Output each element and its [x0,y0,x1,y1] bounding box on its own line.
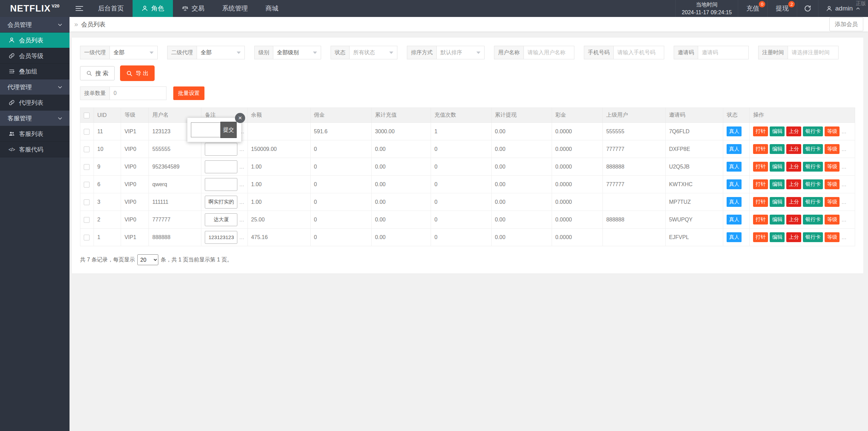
more-actions-button[interactable]: … [841,217,846,222]
action-button-4[interactable]: 等级 [825,179,840,189]
more-actions-button[interactable]: … [841,146,846,152]
action-button-0[interactable]: 打针 [753,126,768,136]
nav-item-system[interactable]: 系统管理 [213,0,257,17]
remark-input[interactable] [205,196,237,209]
row-checkbox[interactable] [84,182,90,188]
remark-submit-button[interactable]: 提交 [220,122,237,138]
action-button-4[interactable]: 等级 [825,215,840,224]
action-button-4[interactable]: 等级 [825,232,840,242]
action-button-1[interactable]: 编辑 [770,215,785,224]
nav-item-roles[interactable]: 角色 [133,0,173,17]
phone-input[interactable] [613,46,664,59]
row-checkbox[interactable] [84,129,90,135]
action-button-1[interactable]: 编辑 [770,232,785,242]
more-actions-button[interactable]: … [841,164,846,170]
sidebar-item-stack-group[interactable]: 叠加组 [0,64,70,79]
action-button-3[interactable]: 银行卡 [803,232,823,242]
more-actions-button[interactable]: … [841,181,846,187]
action-button-4[interactable]: 等级 [825,126,840,136]
status-select[interactable]: 所有状态 [349,46,397,59]
more-actions-button[interactable]: … [841,199,846,205]
sidebar-item-service-list[interactable]: 客服列表 [0,126,70,142]
remark-more-button[interactable]: … [239,199,244,205]
export-button[interactable]: 导 出 [120,65,155,81]
remark-more-button[interactable]: … [239,234,244,240]
action-button-2[interactable]: 上分 [786,215,801,224]
row-checkbox[interactable] [84,217,90,223]
more-actions-button[interactable]: … [841,129,846,134]
register-time-input[interactable] [788,46,839,59]
row-checkbox[interactable] [84,199,90,205]
action-button-0[interactable]: 打针 [753,179,768,189]
remark-more-button[interactable]: … [239,217,244,222]
action-button-2[interactable]: 上分 [786,126,801,136]
sidebar-group-agent-management[interactable]: 代理管理 [0,79,70,95]
action-button-2[interactable]: 上分 [786,197,801,207]
action-button-3[interactable]: 银行卡 [803,179,823,189]
nav-item-mall[interactable]: 商城 [257,0,287,17]
menu-toggle-icon[interactable] [70,0,89,17]
action-button-0[interactable]: 打针 [753,232,768,242]
remark-popup-input[interactable] [191,122,221,137]
action-button-3[interactable]: 银行卡 [803,162,823,172]
action-button-0[interactable]: 打针 [753,197,768,207]
username-input[interactable] [524,46,574,59]
sort-mode-select[interactable]: 默认排序 [436,46,485,59]
action-button-4[interactable]: 等级 [825,162,840,172]
remark-input[interactable] [205,160,237,173]
action-button-2[interactable]: 上分 [786,162,801,172]
remark-input[interactable] [205,143,237,156]
page-size-select[interactable]: 20 [137,254,158,265]
action-button-0[interactable]: 打针 [753,215,768,224]
add-member-button[interactable]: 添加会员 [829,17,863,31]
sidebar-item-service-code[interactable]: </>客服代码 [0,142,70,157]
sidebar-group-member-management[interactable]: 会员管理 [0,17,70,33]
batch-set-button[interactable]: 批量设置 [173,86,204,100]
sidebar-item-member-level[interactable]: 会员等级 [0,48,70,64]
sidebar-item-member-list[interactable]: 会员列表 [0,33,70,48]
search-button[interactable]: 搜 索 [80,66,115,80]
action-button-4[interactable]: 等级 [825,144,840,154]
level-select[interactable]: 全部级别 [273,46,321,59]
action-button-0[interactable]: 打针 [753,144,768,154]
action-button-3[interactable]: 银行卡 [803,215,823,224]
invite-code-input[interactable] [698,46,749,59]
remark-more-button[interactable]: … [239,164,244,170]
nav-item-trade[interactable]: 交易 [173,0,213,17]
action-button-1[interactable]: 编辑 [770,179,785,189]
row-checkbox[interactable] [84,164,90,170]
action-button-2[interactable]: 上分 [786,179,801,189]
recharge-button[interactable]: 充值 0 [738,0,767,17]
select-all-checkbox[interactable] [84,113,90,118]
action-button-3[interactable]: 银行卡 [803,126,823,136]
action-button-3[interactable]: 银行卡 [803,197,823,207]
cell-status: 真人 [723,229,750,246]
withdraw-button[interactable]: 提现 2 [767,0,797,17]
remark-input[interactable] [205,178,237,191]
close-icon[interactable]: × [235,113,245,123]
batch-quantity-input[interactable] [110,86,166,100]
caret-down-icon [476,52,480,54]
action-button-1[interactable]: 编辑 [770,162,785,172]
row-checkbox[interactable] [84,235,90,240]
action-button-3[interactable]: 银行卡 [803,144,823,154]
agent-level2-select[interactable]: 全部 [197,46,245,59]
action-button-0[interactable]: 打针 [753,162,768,172]
action-button-2[interactable]: 上分 [786,232,801,242]
remark-more-button[interactable]: … [239,146,244,152]
remark-input[interactable] [205,213,237,226]
nav-item-dashboard[interactable]: 后台首页 [89,0,133,17]
refresh-button[interactable] [797,0,818,17]
sidebar-group-service-management[interactable]: 客服管理 [0,111,70,126]
agent-level1-select[interactable]: 全部 [110,46,158,59]
remark-input[interactable] [205,231,237,244]
action-button-1[interactable]: 编辑 [770,126,785,136]
sidebar-item-agent-list[interactable]: 代理列表 [0,95,70,111]
more-actions-button[interactable]: … [841,234,846,240]
action-button-1[interactable]: 编辑 [770,197,785,207]
action-button-2[interactable]: 上分 [786,144,801,154]
action-button-1[interactable]: 编辑 [770,144,785,154]
row-checkbox[interactable] [84,146,90,152]
action-button-4[interactable]: 等级 [825,197,840,207]
remark-more-button[interactable]: … [239,181,244,187]
